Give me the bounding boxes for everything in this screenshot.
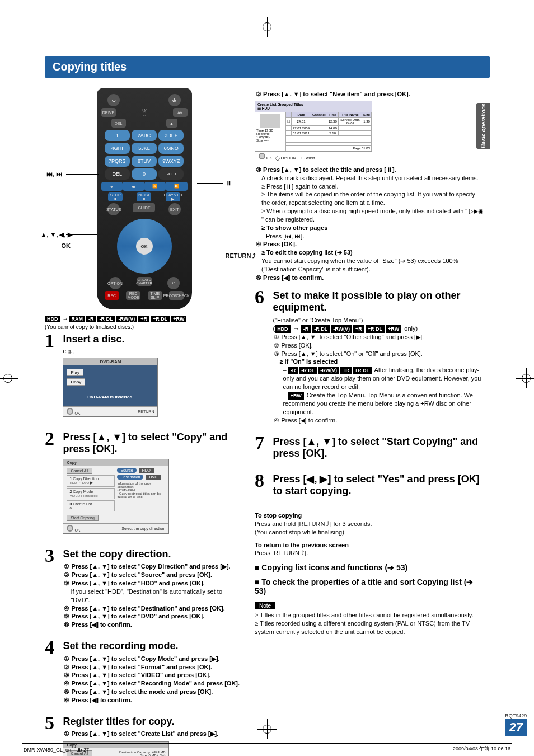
format-bar-note: (You cannot copy to finalised discs.) bbox=[45, 324, 243, 330]
step-2: 2 Press [▲, ▼] to select "Copy" and pres… bbox=[45, 428, 243, 537]
sq-heading-2: ■ To check the properties of a title and… bbox=[255, 577, 484, 595]
callout-ok: OK bbox=[62, 242, 71, 249]
footer-date: 2009/04/08 午前 10:06:16 bbox=[453, 745, 510, 753]
step-4: 4 Set the recording mode. ① Press [▲, ▼]… bbox=[45, 637, 243, 705]
step-6: 6 Set to make it possible to play on oth… bbox=[255, 287, 484, 425]
callout-prev-next: ⏮, ⏭ bbox=[46, 171, 62, 177]
callout-arrows: ▲, ▼, ◀, ▶ bbox=[41, 231, 72, 238]
copy-screen-1: Copy Cancel All 1 Copy DirectionHDD → DV… bbox=[63, 459, 169, 534]
step-3: 3 Set the copy direction. ① Press [▲, ▼]… bbox=[45, 545, 243, 629]
dvd-screen: DVD-RAM Play Copy DVD-RAM is inserted. O… bbox=[63, 358, 158, 417]
note-label: Note bbox=[255, 602, 275, 609]
hdd-table: Create List:Grouped Titles☰ HDD Time 13:… bbox=[255, 101, 372, 162]
page-number: RQT9429 27 bbox=[505, 713, 527, 736]
remote-diagram: ⏻⏻ DRIVETV AV DEL▲ 12ABC3DEF 4GHI5JKL6MN… bbox=[72, 88, 217, 309]
callout-return: RETURN ⤴ bbox=[226, 252, 256, 259]
step-8: 8 Press [◀, ▶] to select "Yes" and press… bbox=[255, 470, 484, 500]
footer-file: DMR-XW450_GL_en.indb 27 bbox=[24, 747, 89, 753]
step-7: 7 Press [▲, ▼] to select "Start Copying"… bbox=[255, 433, 484, 462]
step-1: 1 Insert a disc. e.g., DVD-RAM Play Copy… bbox=[45, 330, 243, 420]
format-bar: HDD→RAM-R-R DL-RW(V)+R+R DL+RW bbox=[45, 313, 243, 323]
note-1: ≥ Titles in the grouped titles and other… bbox=[255, 611, 484, 619]
side-tab: Basic operations bbox=[476, 103, 490, 149]
page-title: Copying titles bbox=[45, 56, 490, 78]
note-2: ≥ Titles recorded using a different enco… bbox=[255, 619, 484, 636]
callout-pause: ⏸ bbox=[226, 180, 232, 186]
sq-heading-1: ■ Copying list icons and functions (➔ 53… bbox=[255, 563, 484, 572]
